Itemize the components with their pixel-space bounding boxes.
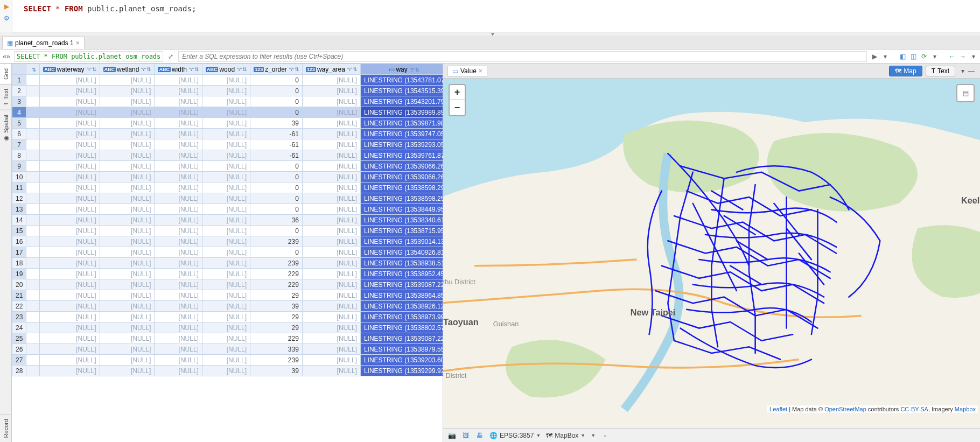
cell-z-order[interactable]: 239 — [250, 355, 303, 366]
cell-wood[interactable]: [NULL] — [202, 172, 250, 183]
cell-way[interactable]: LINESTRING (13538973.99 — [360, 312, 443, 322]
cell-waterway[interactable]: [NULL] — [40, 139, 100, 150]
cell-z-order[interactable]: 29 — [250, 312, 303, 322]
filter-icon[interactable]: 🝖⇅ — [237, 66, 247, 72]
table-row[interactable]: 28[NULL][NULL][NULL][NULL]39[NULL]LINEST… — [12, 366, 443, 376]
cell-waterway[interactable]: [NULL] — [40, 333, 100, 344]
funnel-icon[interactable]: ⇅ — [32, 67, 36, 73]
row-number[interactable]: 3 — [12, 96, 26, 107]
cell-width[interactable]: [NULL] — [155, 269, 202, 279]
cell-way[interactable]: LINESTRING (13539293.05 — [360, 139, 443, 150]
table-row[interactable]: 14[NULL][NULL][NULL][NULL]36[NULL]LINEST… — [12, 215, 443, 226]
cell-way[interactable]: LINESTRING (13543201.79 — [360, 96, 443, 107]
cell-way-area[interactable]: [NULL] — [302, 86, 360, 96]
cell-wetland[interactable]: [NULL] — [100, 366, 155, 376]
cell-wood[interactable]: [NULL] — [202, 118, 250, 129]
row-number[interactable]: 21 — [12, 290, 26, 301]
gear-icon[interactable]: ⚙ — [2, 14, 11, 23]
cell-waterway[interactable]: [NULL] — [40, 96, 100, 107]
cell-waterway[interactable]: [NULL] — [40, 150, 100, 161]
cell-waterway[interactable]: [NULL] — [40, 161, 100, 172]
cell-way[interactable]: LINESTRING (13538715.95 — [360, 226, 443, 236]
row-number[interactable]: 19 — [12, 269, 26, 279]
cell-wood[interactable]: [NULL] — [202, 366, 250, 376]
expand-icon[interactable]: ⤢ — [166, 52, 175, 61]
cell-width[interactable]: [NULL] — [155, 183, 202, 193]
cell-way-area[interactable]: [NULL] — [302, 96, 360, 107]
cell-waterway[interactable]: [NULL] — [40, 290, 100, 301]
cell-waterway[interactable]: [NULL] — [40, 86, 100, 96]
cell-way-area[interactable]: [NULL] — [302, 312, 360, 322]
cell-waterway[interactable]: [NULL] — [40, 247, 100, 258]
cell-wetland[interactable]: [NULL] — [100, 129, 155, 139]
mapbox-link[interactable]: Mapbox — [955, 406, 976, 412]
source-sql-chip[interactable]: SELECT * FROM public.planet_osm_roads — [14, 51, 163, 62]
cell-waterway[interactable]: [NULL] — [40, 129, 100, 139]
cell-waterway[interactable]: [NULL] — [40, 344, 100, 355]
cell-z-order[interactable]: -61 — [250, 139, 303, 150]
cell-waterway[interactable]: [NULL] — [40, 107, 100, 118]
row-number[interactable]: 28 — [12, 366, 26, 376]
cell-z-order[interactable]: 0 — [250, 204, 303, 215]
cell-way[interactable]: LINESTRING (13543781.07 — [360, 75, 443, 86]
row-number-header[interactable] — [12, 64, 26, 75]
cell-way[interactable]: LINESTRING (13538802.57 — [360, 322, 443, 333]
cell-wood[interactable]: [NULL] — [202, 150, 250, 161]
nav-fwd-icon[interactable]: → — [958, 52, 967, 61]
table-row[interactable]: 27[NULL][NULL][NULL][NULL]239[NULL]LINES… — [12, 355, 443, 366]
cell-wood[interactable]: [NULL] — [202, 96, 250, 107]
cell-width[interactable]: [NULL] — [155, 118, 202, 129]
table-row[interactable]: 10[NULL][NULL][NULL][NULL]0[NULL]LINESTR… — [12, 172, 443, 183]
run-icon[interactable]: ▶ — [2, 2, 11, 11]
table-row[interactable]: 25[NULL][NULL][NULL][NULL]229[NULL]LINES… — [12, 333, 443, 344]
table-row[interactable]: 26[NULL][NULL][NULL][NULL]339[NULL]LINES… — [12, 344, 443, 355]
cell-z-order[interactable]: 0 — [250, 193, 303, 204]
cell-width[interactable]: [NULL] — [155, 193, 202, 204]
cell-way[interactable]: LINESTRING (13539871.98 — [360, 118, 443, 129]
edge-col[interactable]: ⇅ — [26, 64, 40, 75]
cell-width[interactable]: [NULL] — [155, 150, 202, 161]
row-number[interactable]: 4 — [12, 107, 26, 118]
cell-width[interactable]: [NULL] — [155, 247, 202, 258]
cell-way[interactable]: LINESTRING (13538979.55 — [360, 344, 443, 355]
cell-wood[interactable]: [NULL] — [202, 139, 250, 150]
cell-way[interactable]: LINESTRING (13538598.29 — [360, 193, 443, 204]
row-number[interactable]: 9 — [12, 161, 26, 172]
table-row[interactable]: 15[NULL][NULL][NULL][NULL]0[NULL]LINESTR… — [12, 226, 443, 236]
cell-way-area[interactable]: [NULL] — [302, 172, 360, 183]
cell-way[interactable]: LINESTRING (13538964.85 — [360, 290, 443, 301]
cell-wood[interactable]: [NULL] — [202, 204, 250, 215]
cell-way[interactable]: LINESTRING (13540926.81 — [360, 247, 443, 258]
table-row[interactable]: 4[NULL][NULL][NULL][NULL]0[NULL]LINESTRI… — [12, 107, 443, 118]
cell-width[interactable]: [NULL] — [155, 333, 202, 344]
cell-wetland[interactable]: [NULL] — [100, 193, 155, 204]
refresh-icon[interactable]: ⟳ — [920, 52, 928, 61]
map-canvas[interactable]: Keelung Taoyuan New Taipei Luzhu Distric… — [443, 79, 980, 428]
vtab-record[interactable]: Record — [0, 414, 11, 442]
cell-way-area[interactable]: [NULL] — [302, 322, 360, 333]
table-row[interactable]: 2[NULL][NULL][NULL][NULL]0[NULL]LINESTRI… — [12, 86, 443, 96]
cell-waterway[interactable]: [NULL] — [40, 236, 100, 247]
zoom-out-button[interactable]: − — [450, 100, 465, 115]
cell-waterway[interactable]: [NULL] — [40, 204, 100, 215]
cell-way[interactable]: LINESTRING (13538340.61 — [360, 215, 443, 226]
cell-z-order[interactable]: 29 — [250, 290, 303, 301]
text-mode-button[interactable]: T Text — [926, 66, 955, 76]
cell-way-area[interactable]: [NULL] — [302, 215, 360, 226]
row-number[interactable]: 10 — [12, 172, 26, 183]
cell-way-area[interactable]: [NULL] — [302, 301, 360, 312]
settings-icon[interactable]: ▾ — [930, 52, 939, 61]
map-mode-button[interactable]: 🗺 Map — [889, 66, 922, 76]
cell-width[interactable]: [NULL] — [155, 75, 202, 86]
cell-way-area[interactable]: [NULL] — [302, 344, 360, 355]
row-number[interactable]: 7 — [12, 139, 26, 150]
filter-icon[interactable]: 🝖⇅ — [410, 67, 419, 73]
cell-wetland[interactable]: [NULL] — [100, 96, 155, 107]
tiles-dropdown[interactable]: 🗺 MapBox ▼ — [546, 432, 585, 439]
cell-waterway[interactable]: [NULL] — [40, 269, 100, 279]
cell-wetland[interactable]: [NULL] — [100, 172, 155, 183]
cell-way-area[interactable]: [NULL] — [302, 290, 360, 301]
cell-width[interactable]: [NULL] — [155, 258, 202, 269]
table-row[interactable]: 13[NULL][NULL][NULL][NULL]0[NULL]LINESTR… — [12, 204, 443, 215]
filter-icon[interactable]: 🝖⇅ — [87, 66, 96, 72]
